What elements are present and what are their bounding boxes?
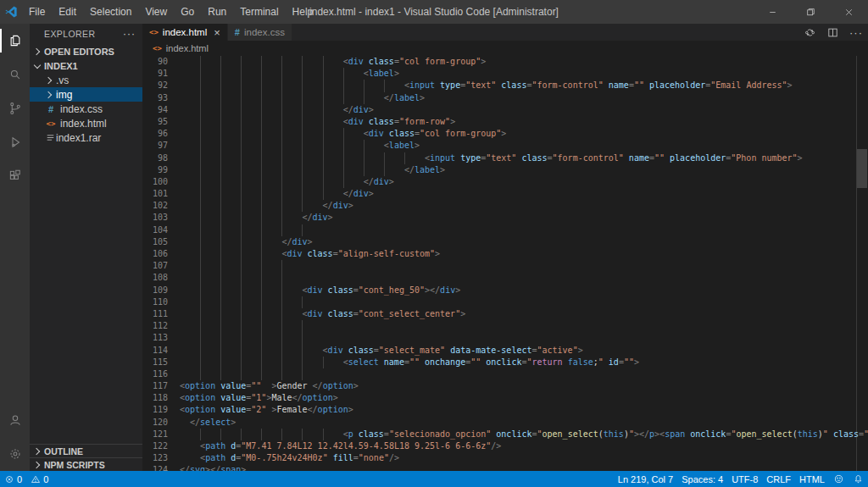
split-editor-button[interactable] (821, 26, 844, 39)
code-line[interactable]: 114 <div class="select_mate" data-mate-s… (142, 345, 868, 357)
code-line[interactable]: 101 </div> (142, 188, 868, 200)
activitybar-settings[interactable] (0, 437, 30, 471)
code-line[interactable]: 97 <label> (142, 140, 868, 152)
line-number: 96 (142, 128, 168, 140)
code-text: <option value="" >Gender </option> (180, 380, 359, 392)
line-number: 101 (142, 188, 168, 200)
code-line[interactable]: 95 <div class="form-row"> (142, 116, 868, 128)
code-line[interactable]: 122 <path d="M7.41 7.84L12 12.42l4.59-4.… (142, 440, 868, 452)
code-line[interactable]: 113 (142, 332, 868, 344)
code-text: </div> (180, 104, 374, 116)
code-line[interactable]: 120 </select> (142, 417, 868, 429)
tree-item-label: index.css (60, 103, 103, 115)
code-line[interactable]: 110 (142, 296, 868, 308)
tree-item--vs[interactable]: .vs (30, 73, 142, 87)
line-number: 106 (142, 248, 168, 260)
tab-index-html[interactable]: <>index.html× (142, 24, 227, 41)
status-language-mode[interactable]: HTML (795, 471, 829, 487)
code-line[interactable]: 121 <p class="selecionado_opcion" onclic… (142, 429, 868, 440)
open-changes-button[interactable] (798, 26, 821, 39)
code-line[interactable]: 108 (142, 272, 868, 284)
code-line[interactable]: 105 </div> (142, 236, 868, 248)
code-line[interactable]: 107 (142, 260, 868, 272)
code-line[interactable]: 92 <input type="text" class="form-contro… (142, 80, 868, 91)
indent-guide (200, 368, 201, 380)
editor-actions: ··· (798, 24, 868, 41)
code-line[interactable]: 106 <div class="align-self-custom"> (142, 248, 868, 260)
tree-item-index-css[interactable]: #index.css (30, 102, 142, 116)
code-line[interactable]: 103 </div> (142, 212, 868, 224)
code-line[interactable]: 98 <input type="text" class="form-contro… (142, 152, 868, 164)
menu-file[interactable]: File (22, 0, 52, 24)
tab-index-css[interactable]: #index.css (228, 24, 292, 41)
close-tab-icon[interactable]: × (214, 27, 220, 38)
menu-go[interactable]: Go (174, 0, 201, 24)
code-line[interactable]: 115 <select name="" onchange="" onclick=… (142, 357, 868, 368)
minimize-button[interactable] (754, 0, 792, 24)
status-notifications[interactable] (849, 471, 868, 487)
tree-item-index1-rar[interactable]: index1.rar (30, 130, 142, 145)
code-line[interactable]: 112 (142, 320, 868, 332)
code-line[interactable]: 119<option value="2" >Female</option> (142, 404, 868, 416)
indent-guide (261, 368, 262, 380)
status-eol[interactable]: CRLF (762, 471, 795, 487)
status-errors[interactable]: 0 (0, 471, 26, 487)
indent-guide (302, 296, 303, 308)
section-npm-scripts[interactable]: NPM SCRIPTS (30, 457, 142, 471)
code-line[interactable]: 109 <div class="cont_heg_50"></div> (142, 285, 868, 296)
code-line[interactable]: 96 <div class="col form-group"> (142, 128, 868, 140)
status-cursor-position[interactable]: Ln 219, Col 7 (614, 471, 677, 487)
code-text: </svg></span> (180, 464, 246, 471)
tab-bar: <>index.html×#index.css ··· (142, 24, 868, 41)
code-line[interactable]: 111 <div class="cont_select_center"> (142, 308, 868, 320)
menu-edit[interactable]: Edit (52, 0, 83, 24)
tree-item-img[interactable]: img (30, 87, 142, 102)
code-line[interactable]: 93 </label> (142, 92, 868, 104)
code-line[interactable]: 118<option value="1">Male</option> (142, 392, 868, 404)
status-warnings[interactable]: 0 (26, 471, 53, 487)
more-actions-button[interactable]: ··· (844, 26, 868, 39)
chevron-right-icon (33, 461, 42, 469)
workspace-root-section[interactable]: INDEX1 (30, 58, 142, 73)
code-editor[interactable]: 90 <div class="col form-group">91 <label… (142, 56, 868, 471)
status-feedback[interactable] (829, 471, 849, 487)
code-line[interactable]: 100 </div> (142, 176, 868, 188)
code-line[interactable]: 104 (142, 224, 868, 236)
activitybar-search[interactable] (0, 58, 30, 91)
indent-guide (220, 260, 221, 272)
section-outline[interactable]: OUTLINE (30, 444, 142, 457)
menu-selection[interactable]: Selection (83, 0, 138, 24)
indent-guide (281, 320, 282, 332)
code-line[interactable]: 117<option value="" >Gender </option> (142, 380, 868, 392)
indent-guide (281, 368, 282, 380)
open-editors-section[interactable]: OPEN EDITORS (30, 44, 142, 58)
tree-item-index-html[interactable]: <>index.html (30, 116, 142, 130)
status-indentation[interactable]: Spaces: 4 (677, 471, 727, 487)
menu-run[interactable]: Run (201, 0, 233, 24)
code-line[interactable]: 123 <path d="M0-.75h24v24H0z" fill="none… (142, 452, 868, 464)
explorer-title: EXPLORER (44, 29, 95, 39)
activitybar-explorer[interactable] (0, 24, 30, 58)
activitybar-account[interactable] (0, 403, 30, 437)
code-line[interactable]: 102 </div> (142, 200, 868, 212)
status-encoding[interactable]: UTF-8 (727, 471, 762, 487)
warning-icon (31, 474, 41, 484)
code-line[interactable]: 116 (142, 368, 868, 380)
code-line[interactable]: 90 <div class="col form-group"> (142, 56, 868, 68)
code-line[interactable]: 94 </div> (142, 104, 868, 116)
activitybar-source-control[interactable] (0, 91, 30, 125)
menu-terminal[interactable]: Terminal (233, 0, 285, 24)
error-icon (4, 474, 14, 484)
status-label: Spaces: 4 (682, 474, 723, 484)
code-line[interactable]: 91 <label> (142, 68, 868, 80)
activitybar-extensions[interactable] (0, 159, 30, 193)
activitybar-run-debug[interactable] (0, 125, 30, 159)
code-line[interactable]: 124</svg></span> (142, 464, 868, 471)
more-actions-icon[interactable]: ··· (123, 28, 136, 40)
close-button[interactable] (830, 0, 868, 24)
code-text: <select name="" onchange="" onclick="ret… (180, 357, 639, 368)
menu-view[interactable]: View (138, 0, 174, 24)
breadcrumb[interactable]: <> index.html (142, 41, 868, 56)
restore-button[interactable] (792, 0, 830, 24)
code-line[interactable]: 99 </label> (142, 164, 868, 176)
